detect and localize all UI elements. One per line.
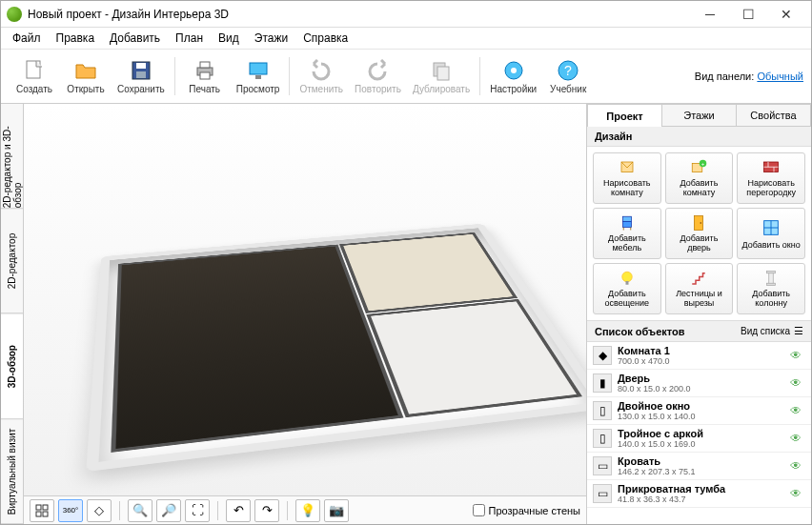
vtab-virtual[interactable]: Виртуальный визит	[1, 419, 23, 524]
list-item[interactable]: ▯ Двойное окно 130.0 x 15.0 x 140.0 👁	[587, 397, 811, 425]
create-button[interactable]: Создать	[9, 57, 60, 96]
object-dimensions: 146.2 x 207.3 x 75.1	[618, 467, 790, 476]
menu-view[interactable]: Вид	[213, 30, 245, 47]
open-button[interactable]: Открыть	[60, 57, 112, 96]
tab-props[interactable]: Свойства	[737, 104, 811, 127]
tab-floors[interactable]: Этажи	[662, 104, 737, 127]
maximize-button[interactable]: ☐	[729, 2, 767, 27]
lighting-icon[interactable]: 💡	[295, 499, 320, 522]
add-column-button[interactable]: Добавить колонну	[737, 263, 805, 314]
visibility-eye-icon[interactable]: 👁	[790, 404, 805, 417]
svg-rect-3	[136, 71, 146, 78]
add-furniture-button[interactable]: Добавить мебель	[593, 208, 661, 259]
view-cube-icon[interactable]: ◇	[87, 499, 112, 522]
rotate-cw-icon[interactable]: ↷	[254, 499, 279, 522]
printer-icon	[193, 59, 217, 82]
object-dimensions: 700.0 x 470.0	[618, 356, 790, 366]
room-bathroom	[366, 299, 582, 417]
panel-view-label: Вид панели:	[695, 71, 754, 82]
zoom-fit-icon[interactable]: ⛶	[185, 499, 210, 522]
door-icon	[687, 214, 710, 232]
close-button[interactable]: ✕	[767, 2, 805, 27]
svg-point-36	[622, 272, 633, 282]
menu-help[interactable]: Справка	[297, 30, 354, 47]
svg-rect-7	[250, 63, 267, 74]
window-icon	[760, 217, 782, 238]
question-icon: ?	[556, 59, 580, 82]
preview-button[interactable]: Просмотр	[231, 57, 286, 96]
svg-rect-27	[622, 222, 631, 228]
add-room-button[interactable]: + Добавить комнату	[665, 152, 734, 204]
visibility-eye-icon[interactable]: 👁	[790, 487, 805, 500]
minimize-button[interactable]: ─	[691, 2, 729, 27]
svg-rect-15	[36, 505, 41, 510]
svg-rect-6	[200, 72, 210, 79]
object-name: Тройное с аркой	[618, 428, 790, 439]
objects-list[interactable]: ◆ Комната 1 700.0 x 470.0 👁▮ Дверь 80.0 …	[587, 342, 811, 524]
svg-point-12	[511, 68, 517, 73]
bulb-icon	[616, 270, 639, 287]
add-door-button[interactable]: Добавить дверь	[665, 208, 734, 259]
list-view-icon[interactable]: ☰	[794, 325, 803, 337]
list-view-label: Вид списка	[741, 326, 790, 336]
list-item[interactable]: ◆ Комната 1 700.0 x 470.0 👁	[587, 342, 811, 370]
visibility-eye-icon[interactable]: 👁	[790, 349, 805, 362]
object-dimensions: 130.0 x 15.0 x 140.0	[618, 412, 790, 421]
vtab-2d[interactable]: 2D-редактор	[1, 209, 23, 313]
menu-edit[interactable]: Правка	[51, 30, 101, 47]
settings-button[interactable]: Настройки	[484, 57, 542, 96]
draw-room-button[interactable]: Нарисовать комнату	[593, 152, 661, 204]
undo-button[interactable]: Отменить	[294, 57, 349, 96]
add-window-button[interactable]: Добавить окно	[737, 208, 805, 259]
menu-floors[interactable]: Этажи	[249, 30, 294, 47]
redo-button[interactable]: Повторить	[349, 57, 407, 96]
duplicate-button[interactable]: Дублировать	[407, 57, 476, 96]
object-type-icon: ▭	[593, 484, 612, 503]
view-quad-icon[interactable]	[30, 499, 54, 522]
transparent-walls-checkbox[interactable]: Прозрачные стены	[473, 504, 580, 516]
rotate-ccw-icon[interactable]: ↶	[226, 499, 251, 522]
svg-rect-31	[695, 216, 703, 231]
viewport-toolbar: 360° ◇ 🔍 🔎 ⛶ ↶ ↷ 💡 📷 Прозрачные стены	[24, 495, 586, 524]
list-item[interactable]: ▭ Кровать 146.2 x 207.3 x 75.1 👁	[587, 453, 811, 480]
object-name: Дверь	[618, 373, 790, 384]
zoom-out-icon[interactable]: 🔎	[156, 499, 181, 522]
duplicate-icon	[429, 59, 454, 82]
view-mode-tabs: 2D-редактор и 3D-обзор 2D-редактор 3D-об…	[1, 104, 24, 524]
list-item[interactable]: ▮ Дверь 80.0 x 15.0 x 200.0 👁	[587, 370, 811, 397]
object-name: Двойное окно	[618, 400, 790, 412]
menu-file[interactable]: Файл	[7, 30, 47, 47]
vtab-2d3d[interactable]: 2D-редактор и 3D-обзор	[1, 104, 23, 209]
zoom-in-icon[interactable]: 🔍	[128, 499, 152, 522]
list-item[interactable]: ▯ Тройное с аркой 140.0 x 15.0 x 169.0 👁	[587, 425, 811, 453]
view-360-icon[interactable]: 360°	[58, 499, 83, 522]
svg-rect-2	[136, 63, 146, 69]
object-name: Комната 1	[618, 345, 790, 356]
column-icon	[760, 270, 782, 287]
add-lighting-button[interactable]: Добавить освещение	[593, 263, 661, 314]
visibility-eye-icon[interactable]: 👁	[790, 459, 805, 473]
visibility-eye-icon[interactable]: 👁	[790, 432, 805, 445]
visibility-eye-icon[interactable]: 👁	[790, 376, 805, 390]
3d-viewport[interactable]	[24, 104, 586, 495]
tab-project[interactable]: Проект	[587, 104, 662, 127]
draw-partition-button[interactable]: Нарисовать перегородку	[737, 152, 805, 204]
help-button[interactable]: ? Учебник	[542, 57, 594, 96]
vtab-3d[interactable]: 3D-обзор	[1, 314, 23, 419]
menu-add[interactable]: Добавить	[104, 30, 166, 47]
floor-model	[86, 224, 586, 472]
camera-icon[interactable]: 📷	[324, 499, 349, 522]
object-type-icon: ▯	[593, 429, 612, 448]
undo-icon	[309, 59, 334, 82]
stairs-icon	[687, 270, 710, 287]
panel-view-link[interactable]: Обычный	[757, 71, 803, 82]
object-name: Прикроватная тумба	[618, 483, 790, 495]
object-name: Кровать	[618, 455, 790, 467]
menu-plan[interactable]: План	[170, 30, 209, 47]
design-section-header: Дизайн	[587, 127, 811, 147]
stairs-button[interactable]: Лестницы и вырезы	[665, 263, 734, 314]
print-button[interactable]: Печать	[179, 57, 231, 96]
list-item[interactable]: ▭ Прикроватная тумба 41.8 x 36.3 x 43.7 …	[587, 480, 811, 508]
svg-rect-16	[43, 505, 48, 510]
save-button[interactable]: Сохранить	[112, 57, 171, 96]
